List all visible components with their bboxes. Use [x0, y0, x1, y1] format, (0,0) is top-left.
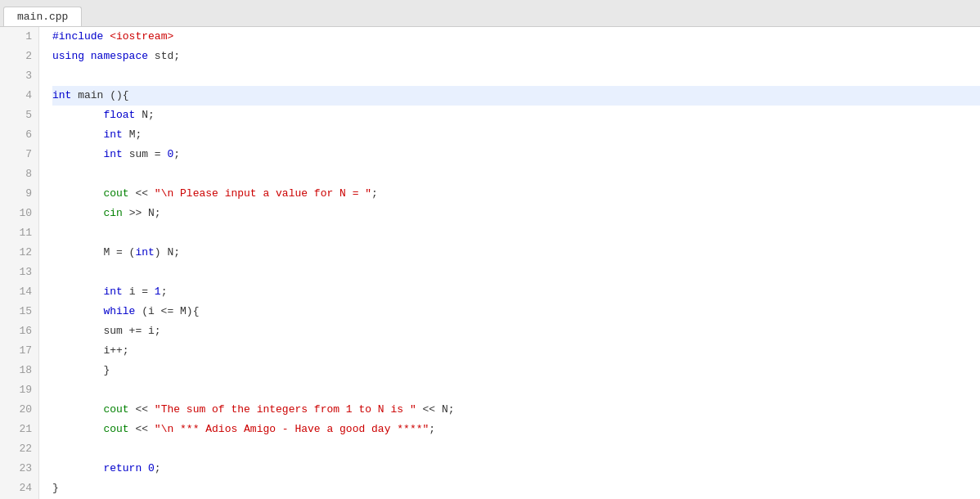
- line-number: 22: [7, 439, 32, 459]
- code-line: [52, 439, 980, 459]
- code-line: using namespace std;: [52, 47, 980, 66]
- editor: 123456789101112131415161718192021222324 …: [0, 26, 980, 499]
- line-number: 18: [7, 361, 32, 380]
- line-number: 5: [7, 106, 32, 125]
- code-line: return 0;: [52, 459, 980, 479]
- code-line: cout << "The sum of the integers from 1 …: [52, 400, 980, 420]
- code-line: i++;: [52, 341, 980, 361]
- code-line: cout << "\n *** Adios Amigo - Have a goo…: [52, 420, 980, 439]
- code-line: cout << "\n Please input a value for N =…: [52, 184, 980, 204]
- line-number: 19: [7, 380, 32, 400]
- line-number: 24: [7, 479, 32, 498]
- line-number: 21: [7, 420, 32, 439]
- code-line: cin >> N;: [52, 204, 980, 223]
- line-number: 15: [7, 302, 32, 321]
- code-line: #include <iostream>: [52, 27, 980, 47]
- code-line: [52, 263, 980, 282]
- line-number: 16: [7, 321, 32, 341]
- line-number: 11: [7, 223, 32, 243]
- line-number: 13: [7, 263, 32, 282]
- code-line: M = (int) N;: [52, 243, 980, 263]
- code-line: int sum = 0;: [52, 145, 980, 164]
- code-lines: #include <iostream>using namespace std; …: [39, 27, 980, 499]
- code-line: [52, 66, 980, 86]
- line-number: 7: [7, 145, 32, 164]
- line-number: 10: [7, 204, 32, 223]
- code-line: [52, 223, 980, 243]
- line-number: 1: [7, 27, 32, 47]
- code-container: 123456789101112131415161718192021222324 …: [0, 27, 980, 499]
- tab-label: main.cpp: [17, 11, 68, 23]
- code-line: }: [52, 361, 980, 380]
- code-line: int M;: [52, 125, 980, 145]
- code-line: int main (){: [52, 86, 980, 106]
- line-number: 17: [7, 341, 32, 361]
- code-line: int i = 1;: [52, 282, 980, 302]
- code-line: [52, 380, 980, 400]
- line-number: 6: [7, 125, 32, 145]
- line-number: 9: [7, 184, 32, 204]
- line-number: 12: [7, 243, 32, 263]
- line-number: 2: [7, 47, 32, 66]
- line-number: 8: [7, 164, 32, 184]
- tab-bar: main.cpp: [0, 0, 980, 26]
- code-line: while (i <= M){: [52, 302, 980, 321]
- line-number: 3: [7, 66, 32, 86]
- code-line: float N;: [52, 106, 980, 125]
- line-number: 23: [7, 459, 32, 479]
- code-line: }: [52, 479, 980, 498]
- tab-main-cpp[interactable]: main.cpp: [3, 7, 82, 26]
- line-numbers: 123456789101112131415161718192021222324: [0, 27, 39, 499]
- line-number: 14: [7, 282, 32, 302]
- code-line: sum += i;: [52, 321, 980, 341]
- line-number: 4: [7, 86, 32, 106]
- code-line: [52, 164, 980, 184]
- line-number: 20: [7, 400, 32, 420]
